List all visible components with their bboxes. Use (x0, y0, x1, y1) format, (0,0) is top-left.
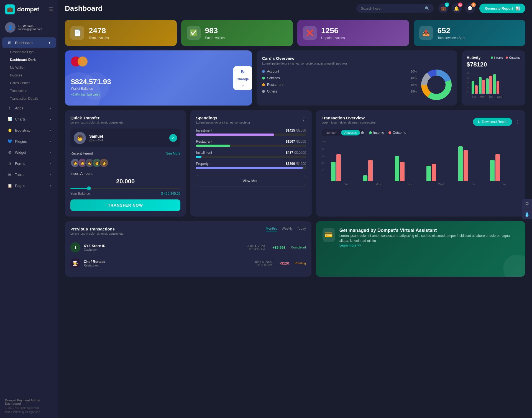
sidebar-item-table[interactable]: ☰ Table › (2, 169, 56, 180)
water-float-button[interactable]: 💧 (522, 209, 532, 219)
va-title: Get managed by Dompet's Virtual Assistan… (339, 228, 519, 233)
activity-bar-area: SunMonTueWed (472, 71, 520, 98)
toggle-analytics[interactable]: Analytics (341, 130, 360, 135)
chevron-right-icon: › (50, 184, 51, 187)
va-decoration (503, 255, 525, 277)
sidebar-item-forms[interactable]: 🖨 Forms › (2, 158, 56, 169)
bootstrap-icon: ⭐ (7, 128, 12, 133)
balance-label: Your Balance (70, 192, 90, 196)
tx-title: Transaction Overview (322, 116, 376, 120)
tx-controls: ⬇ Download Report ⋮ (473, 118, 520, 126)
legend-pct-account: 20% (411, 70, 417, 73)
toggle-number[interactable]: Number (323, 130, 340, 135)
va-description: Lorem ipsum dolor sit amet, consectetur … (339, 233, 519, 243)
transfer-user: 👦 Samuel @sum224 ✓ (70, 129, 180, 147)
dashboard-label: Dashboard (15, 41, 33, 45)
tx-icon-1: 👨‍🍳 (70, 258, 80, 268)
sidebar-item-dashboard-dark[interactable]: Dashboard Dark (0, 56, 58, 64)
sidebar: 💼 dompet ☰ 👤 Hi, William william@gmail.c… (0, 0, 58, 418)
search-icon: 🔍 (425, 6, 429, 11)
user-email: william@gmail.com (18, 28, 42, 31)
sidebar-item-plugins[interactable]: 💙 Plugins › (2, 136, 56, 147)
hamburger-menu[interactable]: ☰ (49, 6, 53, 12)
big-bar-mon-outcome (368, 160, 373, 181)
see-more-link[interactable]: See More (166, 152, 180, 155)
total-sent-number: 652 (438, 26, 466, 35)
transfer-avatar: 👦 (74, 132, 86, 144)
sidebar-item-transaction[interactable]: Transaction (0, 87, 58, 95)
bar-group-mon (479, 77, 485, 94)
virtual-assistant-card: 💳 Get managed by Dompet's Virtual Assist… (316, 221, 525, 277)
tx-dots-icon[interactable]: ⋮ (515, 119, 520, 125)
sidebar-item-transaction-details[interactable]: Transaction Details (0, 95, 58, 102)
sidebar-item-dashboard-light[interactable]: Dashboard Light (0, 48, 58, 56)
paid-invoices-label: Paid Invoices (205, 36, 225, 40)
big-bar-tue-outcome (400, 162, 405, 181)
bar-sun-outcome (475, 85, 478, 94)
settings-float-button[interactable]: ⚙ (522, 199, 532, 209)
search-input[interactable] (361, 6, 423, 11)
svg-point-5 (429, 77, 444, 93)
spending-header-investment: Investment $1415 /$2000 (196, 129, 306, 132)
activity-title: Activity (467, 55, 481, 60)
legend-dot-others (262, 90, 265, 93)
spending-amounts-property: $3890 /$4000 (286, 162, 306, 166)
spendings-header: Spendings Lorem ipsum dolor sit amet, co… (196, 116, 306, 128)
paid-invoices-icon: ✅ (187, 26, 201, 40)
tx-chart-area: Sun Mon Tue Wed Thu Fri (331, 140, 520, 186)
transfer-now-button[interactable]: TRANSFER NOW (70, 199, 180, 211)
tab-monthly[interactable]: Monthly (266, 227, 277, 232)
tx-header: Transaction Overview Lorem ipsum dolor s… (322, 116, 520, 128)
view-more-button[interactable]: View More (196, 175, 306, 186)
table-label: Table (15, 173, 24, 177)
sidebar-item-my-wallet[interactable]: My Wallet (0, 64, 58, 71)
chart-bar-icon: 📊 (515, 6, 520, 11)
big-bar-wed-income (426, 166, 431, 181)
sidebar-item-invoices[interactable]: Invoices (0, 71, 58, 79)
wallet-card: $824,571.93 Wallet Balance +0,8% than la… (65, 50, 252, 106)
check-icon: ✓ (169, 134, 177, 142)
spending-header-property: Property $3890 /$4000 (196, 162, 306, 166)
sidebar-item-dashboard[interactable]: ⊞ Dashboard ▼ (2, 37, 56, 48)
generate-report-button[interactable]: Generate Report 📊 (479, 4, 525, 13)
header: Dashboard 🔍 💼 2 🔔 12 💬 8 Generate Report… (58, 0, 532, 17)
dots-menu-icon[interactable]: ⋮ (175, 116, 180, 122)
pages-label: Pages (15, 184, 25, 188)
bottom-row: Quick Transfer Lorem ipsum dolor sit ame… (58, 106, 532, 217)
sidebar-item-bootstrap[interactable]: ⭐ Bootstrap › (2, 125, 56, 135)
spendings-dots-icon[interactable]: ⋮ (301, 116, 306, 122)
va-learn-more-link[interactable]: Learn more >> (339, 243, 361, 247)
legend-item-services: Services 40% (262, 76, 417, 80)
tx-bar-chart (331, 142, 520, 181)
big-bar-tue-income (395, 156, 399, 181)
unpaid-invoices-number: 1256 (321, 26, 345, 35)
tx-income-legend: Income (369, 131, 384, 135)
sidebar-item-charts[interactable]: 📊 Charts › (2, 114, 56, 124)
activity-amount: $78120 (467, 61, 520, 68)
bar-wed-outcome (497, 81, 499, 94)
message-button[interactable]: 💬 8 (465, 3, 475, 13)
sidebar-item-pages[interactable]: 📋 Pages › (2, 180, 56, 191)
prev-tx-title: Previous Transactions (70, 227, 125, 231)
amount-slider[interactable] (70, 188, 180, 189)
plugins-label: Plugins (15, 139, 27, 143)
briefcase-button[interactable]: 💼 2 (438, 3, 448, 13)
sidebar-item-cards-center[interactable]: Cards Center (0, 79, 58, 87)
tab-today[interactable]: Today (297, 227, 306, 232)
stat-card-total-invoices: 📄 2478 Total Invoices (65, 20, 177, 46)
overview-content: Account 20% Services 40% Restaurant 15% (262, 70, 452, 100)
va-content: 💳 Get managed by Dompet's Virtual Assist… (323, 228, 519, 247)
sidebar-item-widget[interactable]: ⚙ Widget › (2, 147, 56, 158)
sidebar-item-apps[interactable]: ℹ Apps › (2, 103, 56, 113)
bootstrap-label: Bootstrap (15, 128, 30, 132)
float-buttons: ⚙ 💧 (522, 199, 532, 219)
notification-button[interactable]: 🔔 12 (452, 3, 462, 13)
tab-weekly[interactable]: Weekly (282, 227, 293, 232)
user-info: Hi, William william@gmail.com (18, 24, 42, 31)
tx-chart-container: 100806040200 (322, 140, 520, 186)
download-report-button[interactable]: ⬇ Download Report (473, 118, 512, 126)
tx-income-dot (369, 131, 372, 134)
page-title: Dashboard (65, 4, 352, 13)
chevron-right-icon: › (50, 129, 51, 132)
donut-svg (421, 70, 452, 100)
